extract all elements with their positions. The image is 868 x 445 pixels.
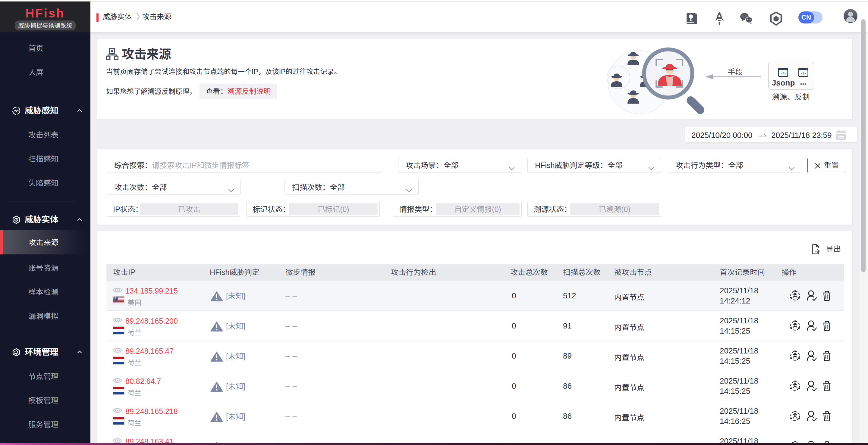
svg-text:...: ... <box>800 77 807 87</box>
svg-text:Jsonp: Jsonp <box>772 78 795 87</box>
svg-text:手段: 手段 <box>727 68 743 76</box>
svg-text:溯源、反制: 溯源、反制 <box>772 93 809 101</box>
svg-text:</>: </> <box>781 72 786 75</box>
svg-text:</>: </> <box>801 72 806 75</box>
